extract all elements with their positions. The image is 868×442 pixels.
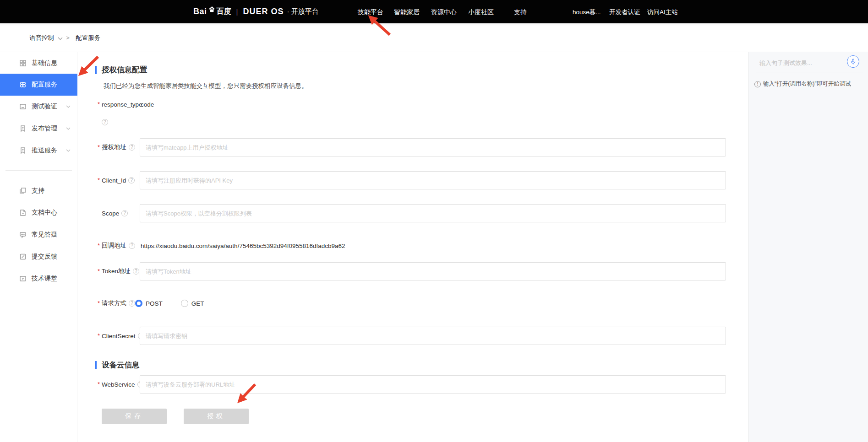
save-button[interactable]: 保存 [102,409,167,424]
bookmark-plus-icon [19,125,27,132]
response-type-value: code [141,95,154,113]
chat-icon [19,231,27,238]
scope-input[interactable] [140,204,726,222]
sidebar-item-doc-center[interactable]: 文档中心 [0,202,77,224]
required-asterisk: * [98,300,100,307]
nav-support[interactable]: 支持 [514,8,527,16]
dueros-logo-text: DUER OS [243,7,284,16]
video-icon [19,275,27,282]
authorize-button[interactable]: 授权 [184,409,249,424]
sidebar-item-tech-class[interactable]: 技术课堂 [0,268,77,290]
logo-divider: | [236,8,238,16]
required-asterisk: * [98,381,100,388]
nav-ai-site[interactable]: 访问AI主站 [647,8,678,16]
auth-url-label: * 授权地址 [102,138,135,156]
document-icon [19,209,27,216]
sidebar-item-feedback[interactable]: 提交反馈 [0,246,77,268]
section-title: 授权信息配置 [102,65,147,75]
chevron-down-icon[interactable] [58,37,63,40]
test-sentence-input[interactable] [759,56,843,70]
required-asterisk: * [98,242,100,249]
section-title: 设备云信息 [102,360,140,370]
section-device-cloud: 设备云信息 [95,360,140,370]
test-card-icon [19,103,27,110]
breadcrumb-parent[interactable]: 语音控制 [29,34,54,42]
request-method-label: * 请求方式 [102,294,135,313]
edit-icon [19,253,27,260]
client-secret-label: * ClientSecret [102,327,144,345]
brand-logo[interactable]: Bai 百度 | DUER OS · 开放平台 [193,0,319,23]
response-type-label: * response_type [102,95,142,113]
callback-url-value: https://xiaodu.baidu.com/saiya/auth/7546… [141,237,345,255]
nav-developer-cert[interactable]: 开发者认证 [609,8,640,16]
required-asterisk: * [98,144,100,151]
token-url-input[interactable] [140,262,726,280]
nav-skill-platform[interactable]: 技能平台 [358,8,383,16]
help-icon[interactable] [133,268,139,275]
breadcrumb-current: 配置服务 [76,34,100,42]
help-icon[interactable] [129,243,135,249]
request-method-group: POST GET [135,294,223,313]
sidebar: 基础信息 配置服务 测试验证 发布管理 [0,52,77,442]
required-asterisk: * [98,332,100,339]
sidebar-item-publish-manage[interactable]: 发布管理 [0,118,77,140]
callback-url-label: * 回调地址 [102,237,135,255]
nav-username[interactable]: house暮... [573,8,601,16]
chevron-down-icon [66,105,71,108]
help-icon[interactable] [128,177,135,183]
grid-icon [19,59,27,67]
help-icon[interactable] [121,210,128,216]
top-navbar: Bai 百度 | DUER OS · 开放平台 技能平台 智能家居 资源中心 小… [0,0,868,23]
mic-icon [851,59,856,65]
input-underline [756,72,863,72]
radio-post[interactable] [135,300,142,307]
breadcrumb: 语音控制 > 配置服务 [29,23,100,52]
required-asterisk: * [98,177,100,183]
mic-button[interactable] [847,55,859,68]
help-icon[interactable] [102,119,108,125]
scope-label: Scope [102,204,128,222]
sidebar-item-basic-info[interactable]: 基础信息 [0,52,77,74]
copy-icon [19,187,27,194]
web-service-input[interactable] [140,375,726,393]
client-id-input[interactable] [140,171,726,189]
help-icon[interactable] [129,144,135,151]
sidebar-divider [5,170,72,171]
test-panel: 输入“打开(调用名称)”即可开始调试 [748,52,868,442]
sidebar-item-faq[interactable]: 常见答疑 [0,224,77,246]
radio-get-label: GET [191,300,204,307]
breadcrumb-separator: > [66,34,70,41]
clover-icon [19,81,27,88]
required-asterisk: * [98,268,100,275]
baidu-paw-icon [207,5,216,13]
help-icon[interactable] [129,300,135,307]
sidebar-item-config-service[interactable]: 配置服务 [0,74,77,96]
sidebar-item-push-service[interactable]: 推送服务 [0,140,77,162]
chevron-down-icon [66,149,71,152]
nav-xiaodu-community[interactable]: 小度社区 [468,8,494,16]
nav-resource-center[interactable]: 资源中心 [431,8,457,16]
client-secret-input[interactable] [140,327,726,345]
web-service-label: * WebService [102,375,144,393]
info-icon [754,81,761,87]
test-hint: 输入“打开(调用名称)”即可开始调试 [754,80,851,88]
section-auth-config: 授权信息配置 [95,65,147,75]
token-url-label: * Token地址 [102,262,139,280]
chevron-down-icon [66,127,71,130]
radio-get[interactable] [181,300,188,307]
bookmark-plus-icon [19,147,27,154]
auth-url-input[interactable] [140,138,726,156]
sidebar-item-test-verify[interactable]: 测试验证 [0,96,77,118]
sidebar-item-support[interactable]: 支持 [0,180,77,202]
platform-suffix: · 开放平台 [287,7,318,16]
breadcrumb-bar: 语音控制 > 配置服务 [0,23,868,52]
baidu-logo-text: Bai [193,7,207,16]
nav-smart-home[interactable]: 智能家居 [394,8,420,16]
radio-post-label: POST [146,300,163,307]
client-id-label: * Client_Id [102,171,135,189]
section-accent-bar [95,361,97,369]
section-accent-bar [95,66,97,74]
baidu-logo-cn: 百度 [217,7,231,16]
required-asterisk: * [98,101,100,108]
section-description: 我们已经为您生成智能家居类技能交互模型，您只需要授权相应设备信息。 [104,82,308,90]
